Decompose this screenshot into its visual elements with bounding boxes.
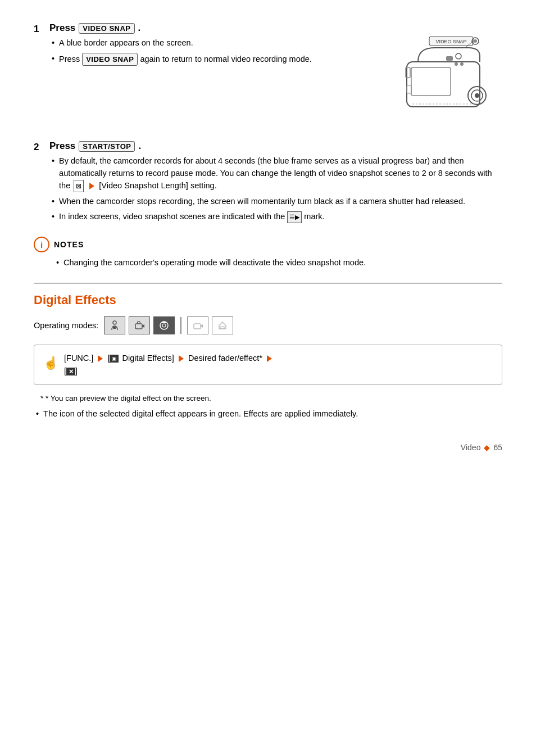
step-2-press-label: Press [49,141,75,152]
notes-header: i NOTES [34,237,502,252]
mode-box-3 [153,316,175,334]
hand-icon: ☝ [43,353,58,373]
svg-point-10 [455,62,458,66]
svg-rect-18 [113,327,116,329]
de-bullet-1-text: The icon of the selected digital effect … [43,408,502,420]
digital-effects-section: Digital Effects Operating modes: [34,293,502,420]
svg-point-23 [162,324,166,327]
step-2-bullets: By default, the camcorder records for ab… [49,155,502,223]
svg-rect-19 [135,324,142,329]
mode-icon-4 [192,320,203,331]
step-1-period: . [138,22,141,34]
arrow-right-icon-1 [89,183,94,189]
de-icon: ▣ [110,355,119,363]
instruction-text: [FUNC.] [▣ Digital Effects] Desired fade… [64,352,493,378]
svg-rect-25 [194,324,201,329]
arrow-right-icon-3 [179,355,184,362]
notes-label: NOTES [54,240,84,249]
mode-icon-2 [134,320,145,331]
step-1-press-label: Press [49,22,75,34]
step-1-bullet-2-text: Press VIDEO SNAP again to return to norm… [59,53,362,66]
page-footer: Video ◆ 65 [34,443,502,452]
mode-separator [180,317,181,334]
step-1-header: Press VIDEO SNAP . [49,22,362,34]
svg-point-15 [456,53,461,59]
svg-rect-24 [162,322,166,323]
notes-icon: i [34,237,49,252]
digital-effects-bullets: The icon of the selected digital effect … [34,408,502,420]
step-2-content: Press START/STOP . By default, the camco… [49,141,502,227]
camcorder-illustration: VIDEO SNAP [373,22,502,135]
step-1-number: 1 [34,22,49,35]
footnote-star: * [40,394,46,402]
digital-effects-title: Digital Effects [34,293,502,307]
video-snap-scene-icon: ☰▶ [287,211,302,223]
menu-icon-inline: ⊠ [74,180,84,192]
step-2-bullet-2: When the camcorder stops recording, the … [52,196,502,208]
notes-section: i NOTES Changing the camcorder's operati… [34,237,502,269]
svg-rect-4 [411,67,451,96]
start-stop-key: START/STOP [79,141,135,152]
step-2-period: . [138,141,141,152]
instruction-box: ☝ [FUNC.] [▣ Digital Effects] Desired fa… [34,345,502,385]
footer-bullet: ◆ [484,443,490,452]
desired-fader-label: Desired fader/effect* [188,354,262,363]
func-label: [FUNC.] [64,354,93,363]
step-2-bullet-3: In index screens, video snapshot scenes … [52,211,502,223]
step-2-bullet-1-text: By default, the camcorder records for ab… [59,155,502,192]
step-1-bullet-1: A blue border appears on the screen. [52,37,362,49]
mode-box-4 [187,316,208,334]
step-2-number: 2 [34,141,49,153]
de-bullet-1: The icon of the selected digital effect … [36,408,502,420]
operating-modes-label: Operating modes: [34,321,98,330]
svg-rect-27 [221,327,224,329]
step-1-bullet-2: Press VIDEO SNAP again to return to norm… [52,53,362,66]
step-1-bullets: A blue border appears on the screen. Pre… [49,37,362,66]
mode-box-5 [212,316,233,334]
digital-effects-menu-item: [▣ Digital Effects] [107,354,174,363]
video-snap-key: VIDEO SNAP [79,23,134,34]
x-icon: ✕ [66,368,75,375]
mode-icon-5 [217,320,228,331]
notes-bullets: Changing the camcorder's operating mode … [54,257,502,269]
video-snap-key-2: VIDEO SNAP [82,53,138,66]
section-divider [34,283,502,284]
svg-point-8 [474,39,477,43]
mode-box-2 [129,316,150,334]
step-2-bullet-2-text: When the camcorder stops recording, the … [59,196,502,208]
notes-content: Changing the camcorder's operating mode … [34,257,502,269]
step-1-content: Press VIDEO SNAP . A blue border appears… [49,22,502,135]
step-2-bullet-3-text: In index screens, video snapshot scenes … [59,211,502,223]
svg-point-11 [460,62,464,66]
step-2-header: Press START/STOP . [49,141,502,152]
mode-icon-1 [109,320,120,331]
notes-bullet-1-text: Changing the camcorder's operating mode … [63,257,502,269]
svg-point-3 [475,93,479,98]
camcorder-svg: VIDEO SNAP [373,22,502,135]
svg-rect-12 [446,56,453,61]
close-bracket-label: [✕] [64,366,78,375]
svg-point-17 [113,321,116,324]
page-number: 65 [493,443,502,452]
mode-box-1 [104,316,125,334]
notes-bullet-1: Changing the camcorder's operating mode … [56,257,502,269]
arrow-right-icon-4 [267,355,272,362]
step-1-bullet-1-text: A blue border appears on the screen. [59,37,362,49]
svg-rect-16 [407,85,411,93]
svg-text:VIDEO SNAP: VIDEO SNAP [435,39,466,44]
step-2-bullet-1: By default, the camcorder records for ab… [52,155,502,192]
mode-icon-3 [158,320,170,331]
footnote: * * You can preview the digital effect o… [34,394,502,402]
arrow-right-icon-2 [98,355,103,362]
step-2-row: 2 Press START/STOP . By default, the cam… [34,141,502,227]
footer-text: Video [461,443,481,452]
step-1-row: 1 Press VIDEO SNAP . A blue border appea… [34,22,502,135]
operating-modes-row: Operating modes: [34,316,502,334]
footnote-text: * You can preview the digital effect on … [46,394,211,402]
